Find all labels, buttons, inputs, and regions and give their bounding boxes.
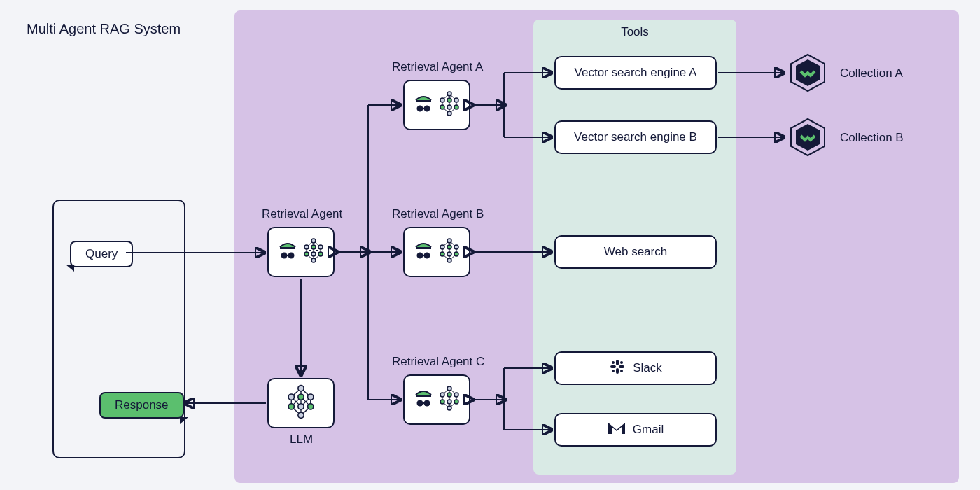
svg-point-45 [298, 412, 304, 418]
svg-point-43 [298, 404, 304, 410]
svg-rect-70 [422, 255, 425, 256]
svg-rect-67 [416, 247, 431, 249]
svg-point-84 [440, 252, 444, 256]
collection-b-icon [787, 116, 829, 158]
svg-point-21 [304, 252, 309, 256]
svg-rect-91 [422, 402, 425, 404]
agent-b-box [403, 227, 470, 277]
svg-point-86 [454, 252, 458, 256]
diagram-title: Multi Agent RAG System [27, 21, 181, 37]
svg-point-18 [304, 245, 309, 249]
svg-point-115 [612, 370, 615, 372]
svg-point-20 [318, 245, 323, 249]
svg-point-62 [454, 98, 458, 102]
tool-gmail: Gmail [554, 413, 717, 447]
tools-label: Tools [533, 25, 736, 39]
svg-point-63 [440, 105, 444, 109]
svg-point-17 [312, 239, 316, 243]
tool-web-search: Web search [554, 235, 717, 269]
svg-point-105 [440, 400, 444, 404]
svg-point-83 [454, 245, 458, 249]
svg-point-24 [312, 258, 316, 262]
llm-label: LLM [290, 433, 313, 447]
svg-point-85 [447, 252, 451, 256]
svg-point-59 [447, 92, 451, 96]
agent-icon [413, 93, 434, 117]
svg-point-114 [620, 361, 623, 364]
tool-slack-label: Slack [633, 361, 662, 375]
tool-gmail-label: Gmail [633, 423, 664, 437]
svg-rect-88 [416, 395, 431, 397]
svg-point-106 [447, 400, 451, 404]
agent-icon [277, 240, 298, 264]
svg-point-41 [308, 394, 314, 400]
query-bubble: Query [70, 241, 133, 267]
neural-net-icon [302, 238, 325, 266]
svg-point-102 [440, 393, 444, 397]
svg-point-22 [312, 252, 316, 256]
svg-point-82 [447, 245, 451, 249]
neural-net-icon [286, 384, 316, 422]
svg-rect-3 [286, 255, 289, 256]
svg-point-64 [447, 105, 451, 109]
svg-point-108 [447, 406, 451, 410]
svg-rect-109 [616, 360, 619, 365]
neural-net-icon [438, 238, 461, 266]
svg-point-80 [447, 239, 451, 243]
llm-box [267, 378, 335, 428]
collection-a-label: Collection A [840, 66, 903, 80]
svg-point-81 [440, 245, 444, 249]
svg-point-104 [454, 393, 458, 397]
svg-point-107 [454, 400, 458, 404]
agent-a-box [403, 80, 470, 130]
agent-b-label: Retrieval Agent B [392, 207, 484, 221]
svg-point-66 [447, 111, 451, 115]
response-bubble: Response [99, 392, 184, 419]
svg-point-44 [308, 404, 314, 410]
agent-a-label: Retrieval Agent A [392, 60, 483, 74]
agent-c-label: Retrieval Agent C [392, 355, 484, 369]
agent-c-box [403, 374, 470, 425]
svg-rect-111 [610, 365, 616, 368]
svg-point-101 [447, 386, 451, 391]
svg-rect-46 [416, 100, 431, 102]
slack-icon [609, 358, 626, 379]
svg-point-38 [298, 386, 304, 391]
svg-point-87 [447, 258, 451, 262]
gmail-icon [608, 421, 626, 439]
svg-point-40 [298, 394, 304, 400]
retrieval-agent-label: Retrieval Agent [262, 207, 342, 221]
svg-rect-0 [280, 247, 295, 249]
neural-net-icon [438, 386, 461, 414]
svg-point-113 [612, 361, 615, 364]
tool-slack: Slack [554, 351, 717, 385]
user-container [52, 200, 186, 458]
svg-point-65 [454, 105, 458, 109]
retrieval-agent-box [267, 227, 335, 277]
svg-point-116 [620, 370, 623, 372]
svg-rect-112 [619, 365, 624, 368]
svg-point-23 [318, 252, 323, 256]
collection-a-icon [787, 52, 829, 94]
tool-vector-a: Vector search engine A [554, 56, 717, 90]
svg-rect-49 [422, 108, 425, 109]
collection-b-label: Collection B [840, 131, 904, 145]
svg-point-19 [312, 245, 316, 249]
agent-icon [413, 240, 434, 264]
svg-point-103 [447, 393, 451, 397]
neural-net-icon [438, 91, 461, 119]
agent-icon [413, 388, 434, 412]
svg-point-42 [288, 404, 294, 410]
svg-point-61 [447, 98, 451, 102]
svg-point-39 [288, 394, 294, 400]
svg-rect-110 [616, 368, 619, 374]
tool-vector-b: Vector search engine B [554, 120, 717, 154]
svg-point-60 [440, 98, 444, 102]
